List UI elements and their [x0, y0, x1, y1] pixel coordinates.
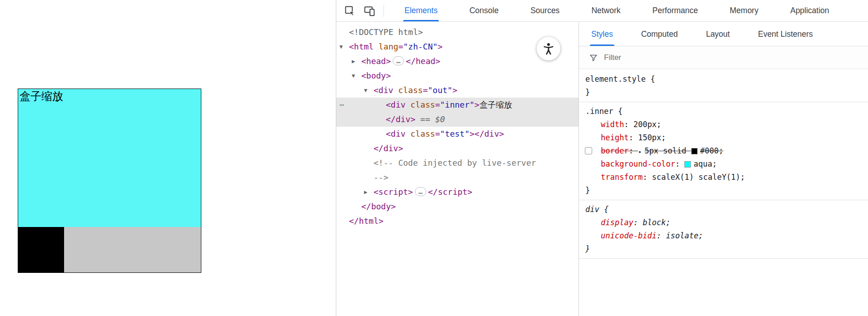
- collapse-arrow-icon[interactable]: ▼: [352, 69, 355, 83]
- accessibility-person-icon: [542, 42, 555, 55]
- dom-tree-line[interactable]: ▶<script>…</script>: [336, 185, 579, 199]
- css-token-name: unicode-bidi: [601, 231, 657, 240]
- css-property[interactable]: display: block;: [579, 216, 868, 229]
- dom-token-eq: == $0: [415, 114, 445, 124]
- shorthand-expand-icon[interactable]: ▸: [639, 148, 642, 155]
- dom-tree-line[interactable]: </div>: [336, 141, 579, 156]
- property-toggle-checkbox[interactable]: [585, 147, 592, 154]
- dom-tree-line[interactable]: </body>: [336, 199, 579, 214]
- rule-separator: [579, 200, 868, 200]
- css-token-plain: :: [629, 133, 638, 142]
- css-token-plain: :: [634, 218, 643, 227]
- css-property[interactable]: transform: scaleX(1) scaleY(1);: [579, 171, 868, 184]
- rule-selector[interactable]: element.style {: [579, 73, 868, 86]
- dom-token-comment: <!-- Code injected by live-server: [374, 158, 536, 168]
- collapsed-content-button[interactable]: …: [393, 56, 404, 65]
- rule-close-brace: }: [579, 86, 868, 99]
- dom-token-tag: =: [398, 42, 403, 51]
- dom-tree-line[interactable]: <div class="test"></div>: [336, 127, 579, 141]
- expand-arrow-icon[interactable]: ▶: [352, 54, 355, 69]
- collapse-arrow-icon[interactable]: ▼: [339, 40, 343, 54]
- css-token-name: background-color: [601, 159, 675, 168]
- page-preview: 盒子缩放: [0, 0, 336, 316]
- css-token-plain: ;: [698, 231, 703, 240]
- tab-computed[interactable]: Computed: [641, 22, 678, 46]
- tab-memory[interactable]: Memory: [730, 0, 758, 21]
- tab-network[interactable]: Network: [591, 0, 620, 21]
- dom-token-tag: </html>: [349, 216, 384, 226]
- dom-token-tag: =: [423, 85, 428, 95]
- tab-console[interactable]: Console: [469, 0, 499, 21]
- rule-close-brace: }: [579, 184, 868, 197]
- css-token-val: 5px solid: [644, 146, 691, 155]
- dom-tree-line[interactable]: <!DOCTYPE html>: [336, 25, 579, 40]
- rule-selector[interactable]: div {: [579, 203, 868, 216]
- dom-token-plain: [374, 42, 379, 51]
- styles-tab-bar: StylesComputedLayoutEvent Listeners: [579, 22, 868, 46]
- test-div-box: [64, 227, 201, 272]
- styles-filter-input[interactable]: [603, 53, 694, 63]
- dom-token-tag: <div: [374, 85, 393, 95]
- dom-token-tag: </head>: [406, 56, 440, 66]
- css-token-name: display: [601, 218, 634, 227]
- collapse-arrow-icon[interactable]: ▼: [364, 83, 367, 98]
- dom-tree-line[interactable]: </html>: [336, 214, 579, 228]
- dom-tree-line[interactable]: <!-- Code injected by live-server: [336, 156, 579, 170]
- dom-token-plain: [393, 85, 398, 95]
- style-rule: div {display: block;unicode-bidi: isolat…: [579, 203, 868, 256]
- css-token-name: width: [601, 120, 624, 129]
- node-menu-dots-icon[interactable]: ⋯: [339, 98, 345, 112]
- color-swatch[interactable]: [684, 161, 691, 168]
- css-token-plain: ;: [666, 218, 670, 227]
- device-toolbar-button[interactable]: [363, 4, 376, 18]
- color-swatch[interactable]: [691, 148, 698, 154]
- styles-pane: StylesComputedLayoutEvent Listeners elem…: [579, 22, 868, 316]
- collapsed-content-button[interactable]: …: [415, 187, 426, 196]
- tab-performance[interactable]: Performance: [653, 0, 698, 21]
- dom-tree-line[interactable]: -->: [336, 170, 579, 185]
- tab-event-listeners[interactable]: Event Listeners: [758, 22, 813, 46]
- dom-token-attr: class: [410, 129, 435, 138]
- dom-tree-line[interactable]: </div> == $0: [336, 112, 579, 127]
- tab-application[interactable]: Application: [790, 0, 829, 21]
- device-toolbar-icon: [364, 5, 375, 17]
- rule-selector[interactable]: .inner {: [579, 105, 868, 118]
- css-property[interactable]: unicode-bidi: isolate;: [579, 229, 868, 242]
- tab-elements[interactable]: Elements: [404, 0, 438, 21]
- css-token-plain: ;: [740, 173, 745, 182]
- tab-sources[interactable]: Sources: [530, 0, 559, 21]
- css-token-name: border: [601, 146, 629, 155]
- css-property[interactable]: height: 150px;: [579, 131, 868, 144]
- styles-filter-bar: [579, 46, 868, 69]
- css-token-plain: :: [624, 120, 633, 129]
- inspect-cursor-icon: [344, 5, 356, 17]
- dom-token-plain: [405, 100, 410, 109]
- inner-box-label: 盒子缩放: [20, 89, 63, 103]
- dom-tree-line[interactable]: ⋯<div class="inner">盒子缩放: [336, 98, 579, 112]
- dom-tree-line[interactable]: ▼<div class="out">: [336, 83, 579, 98]
- css-token-val: isolate: [666, 231, 698, 240]
- css-token-name: transform: [601, 173, 643, 182]
- css-token-plain: ;: [661, 133, 666, 142]
- dom-token-attr: class: [398, 85, 423, 95]
- css-token-plain: ;: [712, 159, 717, 168]
- css-property[interactable]: width: 200px;: [579, 118, 868, 131]
- css-token-plain: :: [643, 173, 652, 182]
- inner-div-box: 盒子缩放: [18, 89, 201, 227]
- tab-layout[interactable]: Layout: [706, 22, 730, 46]
- accessibility-overlay-button[interactable]: [537, 37, 560, 60]
- dom-token-val: "out": [428, 85, 452, 95]
- inspect-element-button[interactable]: [343, 4, 357, 18]
- dom-tree-line[interactable]: ▼<body>: [336, 69, 579, 83]
- tab-styles[interactable]: Styles: [591, 22, 613, 46]
- dom-token-tag: >: [469, 129, 474, 138]
- css-property[interactable]: background-color: aqua;: [579, 158, 868, 171]
- rule-separator: [579, 258, 868, 259]
- css-property[interactable]: border: ▸5px solid #000;: [579, 144, 868, 158]
- dom-tree: <!DOCTYPE html>▼<html lang="zh-CN">▶<hea…: [336, 22, 579, 316]
- css-token-val: 150px: [638, 133, 661, 142]
- dom-token-tag: >: [452, 85, 457, 95]
- css-token-plain: ;: [718, 146, 723, 155]
- css-token-name: height: [601, 133, 629, 142]
- expand-arrow-icon[interactable]: ▶: [364, 185, 367, 199]
